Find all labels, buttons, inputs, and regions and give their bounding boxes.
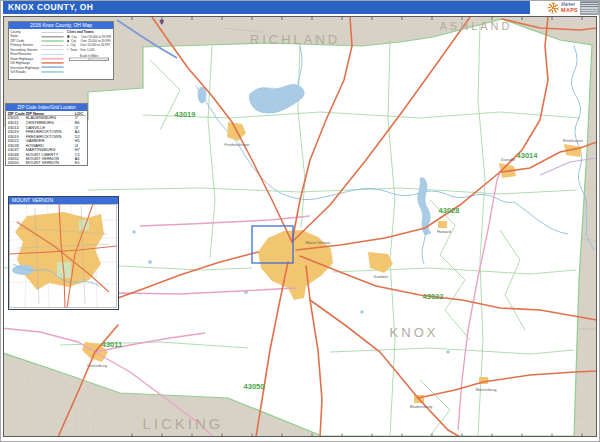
- legend-box: 2016 Knox County, OH Map County State ZI…: [8, 21, 114, 80]
- zip-label-43011: 43011: [102, 340, 122, 349]
- city-class-row: TownOver 1,000: [67, 47, 111, 51]
- scale-label: Scale in Miles: [67, 53, 111, 57]
- inset-map-box: MOUNT VERNON: [8, 196, 119, 310]
- zip-label-43022: 43022: [423, 292, 444, 301]
- town-label: Fredericktown: [224, 142, 249, 147]
- river-swatch: [41, 53, 64, 55]
- zip-index-box: ZIP Code Index/Grid Locator ZIP CodeZIP …: [5, 103, 88, 166]
- legend-title: 2016 Knox County, OH Map: [9, 22, 113, 29]
- town-label: Gambier: [373, 274, 389, 279]
- interstate-swatch: [41, 66, 64, 68]
- zip-label-43050: 43050: [244, 382, 265, 391]
- city-dot-icon: [67, 44, 69, 46]
- legend-body: County State ZIP Code Primary Streets Se…: [9, 29, 112, 75]
- zip-label-43019: 43019: [175, 110, 196, 119]
- city-class-row: CityOver 25,000 to 49,999: [67, 39, 111, 43]
- city-class-row: CityOver 50,000 to 99,999: [67, 34, 111, 38]
- zip-index-table: ZIP CodeZIP NameLOC 43005BLADENSBURGI7 4…: [6, 111, 89, 166]
- town-label: Mount Vernon: [306, 240, 331, 245]
- zip-index-row: 43050MOUNT VERNONE5: [7, 161, 87, 165]
- zip-index-title: ZIP Code Index/Grid Locator: [6, 104, 87, 111]
- scale-bar: Scale in Miles: [67, 53, 111, 61]
- state-highway-swatch: [41, 57, 64, 59]
- city-class-row: CityOver 10,000 to 24,999: [67, 43, 111, 47]
- town-label: Howard: [437, 229, 451, 234]
- logo-sunburst-icon: [547, 2, 559, 14]
- inset-title: MOUNT VERNON: [9, 197, 118, 204]
- state-line-swatch: [41, 35, 64, 37]
- zip-label-43014: 43014: [517, 151, 539, 160]
- logo-badge: [580, 1, 599, 15]
- marketmaps-logo: Market MAPS: [547, 1, 599, 15]
- town-label: Danville: [501, 157, 516, 162]
- logo-brand-bottom: MAPS: [561, 8, 578, 14]
- us-highway-swatch: [41, 62, 64, 64]
- legend-item: Toll Roads: [10, 70, 64, 74]
- town-label: Centerburg: [87, 363, 107, 368]
- town-label: Brinkhaven: [563, 138, 583, 143]
- secondary-street-swatch: [41, 48, 64, 50]
- logo-text: Market MAPS: [561, 3, 578, 13]
- toll-road-swatch: [41, 71, 64, 73]
- town-label: Martinsburg: [475, 387, 496, 392]
- city-dot-icon: [67, 40, 69, 42]
- county-line-swatch: [41, 31, 64, 33]
- town-dot-icon: [67, 49, 68, 50]
- zip-line-swatch: [41, 39, 64, 41]
- inset-map-svg: [9, 204, 117, 308]
- primary-street-swatch: [41, 44, 64, 46]
- town-label: Bladensburg: [410, 404, 432, 409]
- zip-label-43028: 43028: [439, 206, 460, 215]
- county-label-ashland: ASHLAND: [440, 20, 513, 32]
- page-title: KNOX COUNTY, OH: [3, 1, 530, 14]
- county-label-richland: RICHLAND: [250, 32, 340, 47]
- county-label-licking: LICKING: [142, 415, 223, 432]
- county-label-knox: KNOX: [390, 325, 439, 340]
- city-dot-icon: [67, 35, 70, 38]
